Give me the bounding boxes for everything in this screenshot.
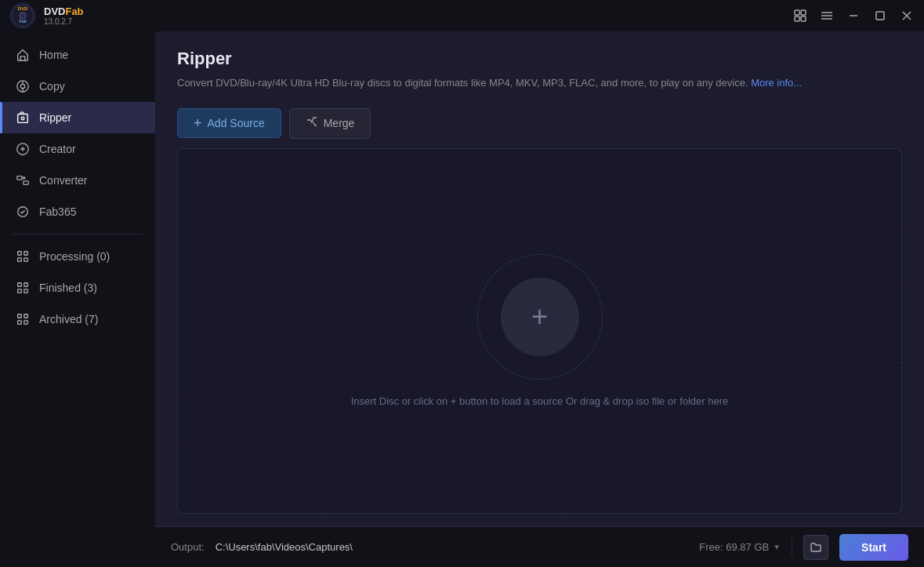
start-label: Start xyxy=(861,541,886,554)
svg-rect-28 xyxy=(24,252,28,256)
home-icon xyxy=(16,48,30,62)
sidebar-item-creator[interactable]: Creator xyxy=(0,133,155,165)
sidebar-label-finished: Finished (3) xyxy=(39,282,97,294)
sidebar-label-archived: Archived (7) xyxy=(39,313,98,325)
svg-point-2 xyxy=(20,13,26,19)
app-name-fab: Fab xyxy=(65,5,83,17)
sidebar-label-home: Home xyxy=(39,49,68,61)
merge-button[interactable]: Merge xyxy=(289,108,371,139)
svg-rect-6 xyxy=(801,10,806,15)
folder-icon xyxy=(810,541,822,554)
start-button[interactable]: Start xyxy=(839,534,908,561)
sidebar-label-processing: Processing (0) xyxy=(39,250,110,263)
creator-icon xyxy=(16,142,30,156)
titlebar: DVD Fab DVDFab 13.0.2.7 xyxy=(0,0,924,31)
merge-icon xyxy=(306,116,318,131)
app-name-dvd: DVD xyxy=(44,5,65,17)
fab365-icon xyxy=(16,205,30,219)
sidebar-label-copy: Copy xyxy=(39,80,65,93)
svg-rect-31 xyxy=(18,289,22,293)
drop-circle-inner[interactable]: + xyxy=(501,278,579,356)
svg-rect-36 xyxy=(24,314,28,318)
titlebar-controls xyxy=(792,8,915,24)
copy-icon xyxy=(16,79,30,93)
drop-circle-outer: + xyxy=(477,254,603,380)
output-bar: Output: C:\Users\fab\Videos\Captures\ Fr… xyxy=(155,526,924,567)
svg-rect-24 xyxy=(24,181,28,185)
more-info-link[interactable]: More info... xyxy=(751,77,802,89)
sidebar-item-finished[interactable]: Finished (3) xyxy=(0,272,155,303)
svg-rect-34 xyxy=(18,314,22,318)
settings-icon[interactable] xyxy=(792,8,808,24)
app-logo-svg: DVD Fab xyxy=(9,2,36,29)
sidebar-item-home[interactable]: Home xyxy=(0,39,155,71)
sidebar-item-archived[interactable]: Archived (7) xyxy=(0,303,155,335)
sidebar-item-copy[interactable]: Copy xyxy=(0,71,155,102)
sidebar-item-converter[interactable]: Converter xyxy=(0,165,155,196)
app-name: DVDFab xyxy=(44,5,84,18)
svg-rect-33 xyxy=(24,289,28,293)
menu-icon[interactable] xyxy=(819,8,835,24)
page-header: Ripper Convert DVD/Blu-ray/4K Ultra HD B… xyxy=(155,31,924,102)
svg-rect-37 xyxy=(24,321,28,325)
svg-rect-29 xyxy=(24,258,28,262)
finished-icon xyxy=(16,281,30,295)
browse-folder-button[interactable] xyxy=(803,535,828,560)
page-description: Convert DVD/Blu-ray/4K Ultra HD Blu-ray … xyxy=(177,75,902,91)
sidebar-label-ripper: Ripper xyxy=(39,111,71,124)
close-button[interactable] xyxy=(899,8,915,24)
app-version: 13.0.2.7 xyxy=(44,17,84,26)
ripper-icon xyxy=(16,111,30,125)
svg-rect-35 xyxy=(18,321,22,325)
drop-instruction: Insert Disc or click on + button to load… xyxy=(351,395,729,407)
app-logo: DVD Fab xyxy=(9,2,36,29)
processing-icon xyxy=(16,249,30,264)
content-area: Ripper Convert DVD/Blu-ray/4K Ultra HD B… xyxy=(155,31,924,567)
free-space-text: Free: 69.87 GB xyxy=(699,541,769,553)
svg-rect-8 xyxy=(801,16,806,21)
maximize-button[interactable] xyxy=(872,8,888,24)
svg-point-21 xyxy=(21,117,24,120)
converter-icon xyxy=(16,173,30,187)
svg-rect-27 xyxy=(18,258,22,262)
svg-rect-30 xyxy=(18,283,22,287)
drop-plus-icon: + xyxy=(531,303,548,331)
svg-rect-32 xyxy=(24,283,28,287)
sidebar-item-processing[interactable]: Processing (0) xyxy=(0,241,155,272)
plus-icon: + xyxy=(194,116,202,130)
sidebar-divider xyxy=(13,234,143,234)
main-layout: Home Copy Rippe xyxy=(0,31,924,567)
svg-rect-26 xyxy=(18,252,22,256)
minimize-button[interactable] xyxy=(846,8,861,24)
sidebar-label-creator: Creator xyxy=(39,143,76,155)
svg-rect-7 xyxy=(795,16,799,21)
archived-icon xyxy=(16,312,30,326)
svg-rect-13 xyxy=(876,12,884,20)
svg-point-17 xyxy=(20,84,24,88)
add-source-button[interactable]: + Add Source xyxy=(177,108,281,138)
output-label: Output: xyxy=(171,541,205,553)
titlebar-left: DVD Fab DVDFab 13.0.2.7 xyxy=(9,2,84,29)
sidebar-label-converter: Converter xyxy=(39,174,87,187)
sidebar: Home Copy Rippe xyxy=(0,31,155,567)
sidebar-item-fab365[interactable]: Fab365 xyxy=(0,196,155,227)
svg-rect-5 xyxy=(795,10,799,15)
add-source-label: Add Source xyxy=(208,117,265,129)
app-name-version: DVDFab 13.0.2.7 xyxy=(44,5,84,27)
output-path: C:\Users\fab\Videos\Captures\ xyxy=(216,541,689,553)
drop-zone[interactable]: + Insert Disc or click on + button to lo… xyxy=(177,148,902,514)
toolbar: + Add Source Merge xyxy=(155,102,924,148)
free-space[interactable]: Free: 69.87 GB ▼ xyxy=(699,541,781,553)
page-desc-text: Convert DVD/Blu-ray/4K Ultra HD Blu-ray … xyxy=(177,77,748,89)
page-title: Ripper xyxy=(177,49,902,69)
chevron-down-icon: ▼ xyxy=(773,543,781,551)
merge-label: Merge xyxy=(324,117,355,129)
svg-text:Fab: Fab xyxy=(20,19,27,24)
output-divider xyxy=(792,538,792,557)
sidebar-label-fab365: Fab365 xyxy=(39,205,76,218)
svg-rect-20 xyxy=(18,114,28,123)
sidebar-item-ripper[interactable]: Ripper xyxy=(0,102,155,133)
svg-text:DVD: DVD xyxy=(18,6,28,11)
svg-rect-23 xyxy=(17,176,22,180)
